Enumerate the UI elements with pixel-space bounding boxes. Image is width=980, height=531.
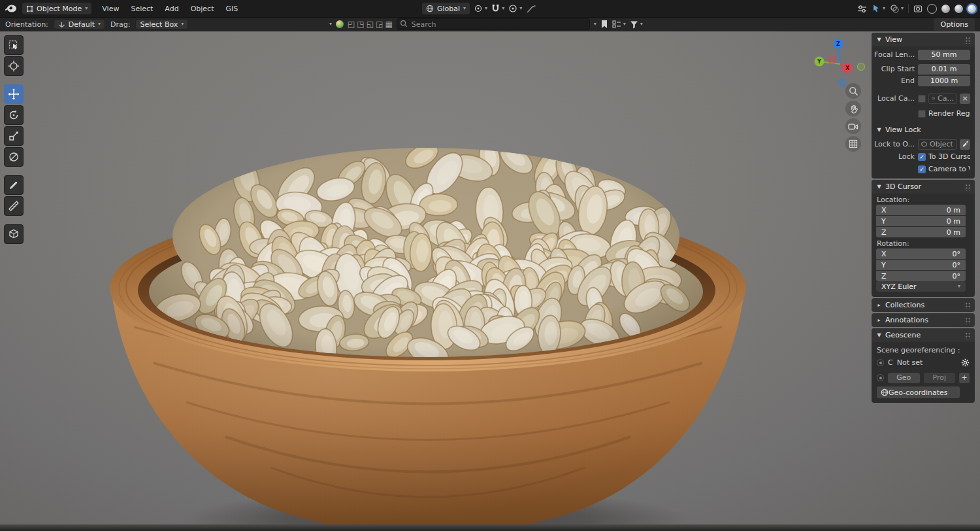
options-tab[interactable]: Options <box>934 18 975 31</box>
focal-length-field[interactable]: 50 mm <box>918 50 970 60</box>
orientation-dropdown[interactable]: Default ▾ <box>54 19 105 29</box>
panel-title: 3D Cursor <box>885 182 921 191</box>
show-overlays-toggle[interactable]: ▾ <box>890 4 904 13</box>
drag-handle-icon[interactable] <box>964 332 970 339</box>
radio-icon[interactable] <box>877 359 884 366</box>
tool-select-box[interactable] <box>4 35 24 55</box>
tool-move[interactable] <box>4 84 24 104</box>
clip-end-field[interactable]: 1000 m <box>918 76 970 86</box>
chevron-right-icon: ▸ <box>876 317 882 323</box>
display-options-dropdown[interactable]: ▾ <box>612 20 626 28</box>
camera-to-view-checkbox[interactable]: ✓ <box>918 165 926 173</box>
clear-icon[interactable]: × <box>960 94 970 104</box>
cursor-rotation-x-field[interactable]: X 0° <box>876 248 966 259</box>
menu-gis[interactable]: GIS <box>220 3 243 15</box>
camera-mini-icon <box>932 95 935 101</box>
3d-viewport[interactable] <box>0 31 980 531</box>
tool-measure[interactable] <box>4 196 24 216</box>
axis-negy-handle[interactable] <box>858 63 865 71</box>
mode-icon[interactable]: ◲ <box>376 20 383 29</box>
drag-handle-icon[interactable] <box>964 36 970 44</box>
clip-start-field[interactable]: 0.01 m <box>918 64 970 75</box>
filter-dropdown[interactable]: ▾ <box>630 20 643 29</box>
pivot-point-dropdown[interactable]: ▾ <box>474 4 487 13</box>
add-crs-button[interactable]: + <box>959 373 970 383</box>
tool-cursor[interactable] <box>4 56 24 76</box>
cursor-rotation-z-field[interactable]: Z 0° <box>876 271 966 281</box>
panel-3d-cursor-header[interactable]: ▼ 3D Cursor <box>872 180 975 194</box>
blender-logo[interactable] <box>5 4 17 13</box>
mode-icon[interactable]: ◱ <box>367 20 374 29</box>
panel-view-header[interactable]: ▼ View <box>872 33 975 46</box>
drag-handle-icon[interactable] <box>964 317 970 324</box>
zoom-button[interactable] <box>845 83 861 99</box>
search-input[interactable] <box>397 18 590 30</box>
chevron-down-icon[interactable]: ▾ <box>594 22 596 27</box>
menu-view[interactable]: View <box>97 3 124 15</box>
mode-icon[interactable]: ◳ <box>357 20 364 29</box>
navigation-gizmo[interactable]: Z Y X <box>810 37 870 92</box>
geo-coordinates-button[interactable]: Geo-coordinates <box>877 386 960 398</box>
cursor-location-x-field[interactable]: X 0 m <box>876 205 966 215</box>
render-region-checkbox[interactable] <box>918 110 926 118</box>
transform-orientation-dropdown[interactable]: Global ▾ <box>422 3 470 14</box>
menu-add[interactable]: Add <box>159 3 184 15</box>
viewport-mode-icons[interactable]: ◰◳◱◲▦ <box>348 20 393 29</box>
geo-button[interactable]: Geo <box>888 373 920 383</box>
gizmo-cursor-icon <box>872 4 881 13</box>
material-preview-ball-icon[interactable] <box>336 20 344 28</box>
bookmark-icon[interactable] <box>600 20 608 29</box>
panel-annotations-header[interactable]: ▸ Annotations <box>872 313 975 327</box>
mode-icon[interactable]: ◰ <box>348 20 355 29</box>
shading-rendered-button[interactable] <box>968 5 976 13</box>
snap-magnet-toggle[interactable]: ▾ <box>491 4 504 13</box>
gear-icon[interactable] <box>961 358 970 367</box>
mode-icon[interactable]: ▦ <box>385 20 392 29</box>
tool-annotate[interactable] <box>4 175 24 195</box>
value: 0 m <box>947 228 960 237</box>
chevron-down-icon[interactable]: ▾ <box>329 22 332 27</box>
georeferencing-subtitle: Scene georeferencing : <box>872 342 975 355</box>
shading-solid-button[interactable] <box>941 5 950 13</box>
menu-object[interactable]: Object <box>186 3 220 15</box>
funnel-icon <box>630 20 638 29</box>
panel-view-lock-header[interactable]: ▼ View Lock <box>872 123 975 136</box>
drag-handle-icon[interactable] <box>964 183 970 191</box>
radio-icon[interactable] <box>877 374 884 381</box>
location-label: Location: <box>872 194 975 205</box>
lock-to-object-field[interactable]: Object <box>918 139 957 150</box>
local-camera-object-field[interactable]: Ca... <box>928 94 957 104</box>
search-icon <box>400 20 408 27</box>
toggle-grid-button[interactable] <box>845 136 861 152</box>
tool-scale[interactable] <box>4 126 24 146</box>
show-gizmo-toggle[interactable]: ▾ <box>872 4 885 13</box>
mode-dropdown[interactable]: Object Mode ▾ <box>22 3 91 14</box>
local-camera-checkbox[interactable] <box>918 95 926 103</box>
rotation-mode-dropdown[interactable]: XYZ Euler ▾ <box>876 281 966 292</box>
shading-wireframe-button[interactable] <box>927 4 937 14</box>
camera-view-button[interactable] <box>845 118 861 134</box>
tool-transform[interactable] <box>4 147 24 167</box>
panel-geoscene-header[interactable]: ▼ Geoscene <box>872 328 975 342</box>
orientation-value: Global <box>437 5 460 13</box>
to-3d-cursor-checkbox[interactable]: ✓ <box>918 153 926 161</box>
cursor-location-z-field[interactable]: Z 0 m <box>876 227 966 237</box>
tool-add-cube[interactable] <box>4 224 24 244</box>
menu-select[interactable]: Select <box>125 3 158 15</box>
drag-handle-icon[interactable] <box>964 301 970 309</box>
tool-rotate[interactable] <box>4 105 24 125</box>
pan-button[interactable] <box>845 101 861 116</box>
axis-x-label: X <box>845 65 850 71</box>
eyedropper-icon[interactable] <box>960 139 970 150</box>
axis-negx-handle[interactable] <box>829 57 836 64</box>
proportional-editing-toggle[interactable]: ▾ <box>508 4 522 13</box>
axis-negz-handle[interactable] <box>839 79 846 86</box>
cursor-rotation-y-field[interactable]: Y 0° <box>876 260 966 270</box>
cursor-location-y-field[interactable]: Y 0 m <box>876 216 966 226</box>
proj-button[interactable]: Proj <box>924 373 956 383</box>
shading-material-button[interactable] <box>955 5 963 13</box>
drag-dropdown[interactable]: Select Box ▾ <box>135 19 188 29</box>
panel-collections-header[interactable]: ▸ Collections <box>872 298 975 312</box>
tool-settings-icon[interactable] <box>857 5 867 13</box>
xray-toggle-icon[interactable] <box>913 5 923 13</box>
